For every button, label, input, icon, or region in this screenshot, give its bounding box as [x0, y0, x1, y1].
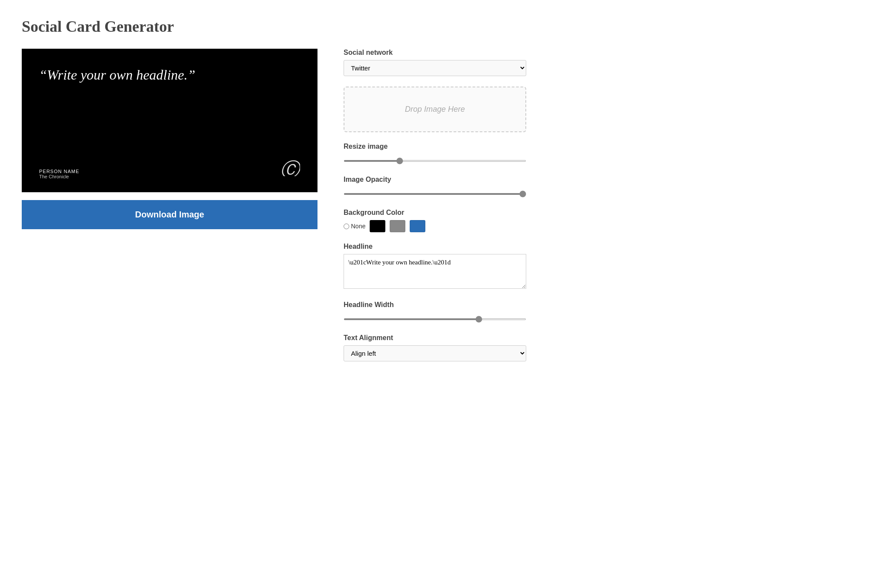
social-network-group: Social network Twitter Facebook Instagra… [344, 49, 526, 76]
drop-zone-group: Drop Image Here [344, 87, 526, 132]
image-opacity-slider[interactable] [344, 193, 526, 195]
text-alignment-group: Text Alignment Align left Align center A… [344, 334, 526, 361]
card-preview: “Write your own headline.” PERSON NAME T… [22, 49, 317, 192]
card-headline: “Write your own headline.” [39, 66, 235, 84]
card-outlet: The Chronicle [39, 174, 79, 179]
headline-textarea[interactable]: \u201cWrite your own headline.\u201d [344, 254, 526, 289]
bg-blue-swatch[interactable] [410, 220, 425, 232]
headline-width-label: Headline Width [344, 301, 526, 309]
headline-width-group: Headline Width [344, 301, 526, 324]
page-title: Social Card Generator [22, 17, 860, 36]
social-network-label: Social network [344, 49, 526, 57]
image-opacity-slider-container [344, 187, 526, 198]
text-alignment-label: Text Alignment [344, 334, 526, 342]
card-logo: Ⓒ [279, 155, 300, 179]
text-alignment-select[interactable]: Align left Align center Align right [344, 345, 526, 361]
card-byline: PERSON NAME The Chronicle [39, 169, 79, 179]
download-button[interactable]: Download Image [22, 200, 317, 229]
drop-zone[interactable]: Drop Image Here [344, 87, 526, 132]
image-opacity-group: Image Opacity [344, 176, 526, 198]
headline-width-slider-container [344, 312, 526, 324]
bg-none-label: None [351, 223, 365, 230]
headline-width-slider[interactable] [344, 318, 526, 320]
left-panel: “Write your own headline.” PERSON NAME T… [22, 49, 317, 229]
resize-image-group: Resize image [344, 143, 526, 165]
bg-gray-swatch[interactable] [390, 220, 405, 232]
resize-image-slider[interactable] [344, 160, 526, 162]
right-panel: Social network Twitter Facebook Instagra… [344, 49, 526, 372]
resize-image-label: Resize image [344, 143, 526, 150]
bg-none-option[interactable]: None [344, 223, 365, 230]
color-options: None [344, 220, 526, 232]
social-network-select[interactable]: Twitter Facebook Instagram LinkedIn [344, 60, 526, 76]
card-person-name: PERSON NAME [39, 169, 79, 174]
background-color-group: Background Color None [344, 209, 526, 232]
resize-image-slider-container [344, 154, 526, 165]
headline-label: Headline [344, 243, 526, 251]
image-opacity-label: Image Opacity [344, 176, 526, 184]
bg-none-radio[interactable] [344, 224, 349, 229]
headline-group: Headline \u201cWrite your own headline.\… [344, 243, 526, 291]
bg-black-swatch[interactable] [370, 220, 385, 232]
background-color-label: Background Color [344, 209, 526, 217]
svg-text:Ⓒ: Ⓒ [280, 159, 300, 176]
card-footer: PERSON NAME The Chronicle Ⓒ [39, 155, 300, 179]
